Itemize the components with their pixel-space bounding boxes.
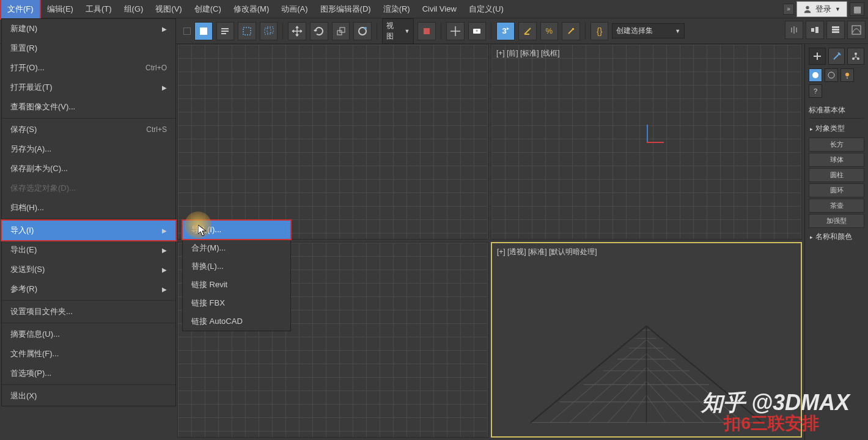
use-pivot-center-button[interactable] bbox=[417, 22, 436, 40]
file-menu-item-label: 导出(E) bbox=[10, 244, 37, 255]
lights-category-button[interactable] bbox=[840, 68, 854, 82]
svg-point-22 bbox=[828, 72, 834, 78]
rectangular-selection-button[interactable] bbox=[238, 22, 256, 40]
file-menu-item[interactable]: 导入(I)▶ bbox=[1, 219, 177, 241]
select-by-name-button[interactable] bbox=[216, 22, 235, 40]
menu-shortcut: Ctrl+S bbox=[146, 125, 167, 134]
primitive-button[interactable]: 圆柱 bbox=[809, 168, 864, 182]
file-menu-item[interactable]: 导出(E)▶ bbox=[2, 240, 175, 260]
named-selection-sets-button[interactable]: {} bbox=[590, 22, 609, 40]
file-menu-item-label: 摘要信息(U)... bbox=[10, 329, 60, 340]
import-submenu-item[interactable]: 链接 Revit bbox=[183, 276, 290, 294]
snap-toggle-button[interactable]: 3▸ bbox=[496, 22, 515, 40]
angle-snap-button[interactable] bbox=[518, 22, 537, 40]
primitive-button[interactable]: 加强型 bbox=[809, 214, 864, 228]
name-color-header[interactable]: 名称和颜色 bbox=[809, 229, 864, 244]
window-crossing-button[interactable] bbox=[260, 22, 278, 40]
file-menu-item[interactable]: 打开最近(T)▶ bbox=[2, 78, 175, 97]
rotate-button[interactable] bbox=[310, 22, 328, 40]
select-object-button[interactable] bbox=[194, 22, 213, 40]
file-menu-item[interactable]: 发送到(S)▶ bbox=[2, 260, 175, 279]
reference-coord-label: 视图 bbox=[386, 21, 401, 42]
menu-create[interactable]: 创建(C) bbox=[188, 0, 227, 18]
import-submenu-item[interactable]: 链接 AutoCAD bbox=[183, 312, 290, 331]
menu-edit[interactable]: 编辑(E) bbox=[41, 0, 79, 18]
move-button[interactable] bbox=[288, 22, 306, 40]
svg-point-23 bbox=[845, 73, 849, 76]
workspace-button[interactable]: ▦ bbox=[850, 2, 864, 16]
primitive-button[interactable]: 圆环 bbox=[809, 183, 864, 197]
menu-animation[interactable]: 动画(A) bbox=[275, 0, 314, 18]
menu-modifiers[interactable]: 修改器(M) bbox=[227, 0, 276, 18]
svg-point-18 bbox=[855, 53, 857, 55]
file-menu-item[interactable]: 另存为(A)... bbox=[2, 139, 175, 159]
svg-rect-14 bbox=[832, 26, 839, 28]
import-submenu-item[interactable]: 合并(M)... bbox=[183, 239, 290, 257]
file-menu-item[interactable]: 摘要信息(U)... bbox=[2, 324, 175, 344]
menu-civil-view[interactable]: Civil View bbox=[416, 1, 463, 17]
file-menu-item[interactable]: 退出(X) bbox=[2, 386, 175, 406]
menu-customize[interactable]: 自定义(U) bbox=[463, 0, 510, 18]
percent-snap-button[interactable]: % bbox=[540, 22, 559, 40]
svg-rect-13 bbox=[815, 27, 818, 33]
spinner-snap-button[interactable] bbox=[562, 22, 580, 40]
menu-rendering[interactable]: 渲染(R) bbox=[377, 0, 416, 18]
object-type-header[interactable]: 对象类型 bbox=[809, 121, 864, 136]
helpers-category-button[interactable]: ? bbox=[809, 84, 822, 98]
curve-editor-button[interactable] bbox=[847, 21, 866, 39]
import-submenu-item[interactable]: 导入(I)... bbox=[182, 219, 292, 240]
reference-coord-dropdown[interactable]: 视图▼ bbox=[382, 18, 414, 44]
shapes-category-button[interactable] bbox=[825, 68, 838, 82]
menu-graph-editors[interactable]: 图形编辑器(D) bbox=[314, 0, 377, 18]
viewport-top-left[interactable] bbox=[177, 44, 488, 240]
primitive-button[interactable]: 长方 bbox=[809, 138, 864, 152]
file-menu-item[interactable]: 参考(R)▶ bbox=[2, 279, 175, 299]
file-menu-item-label: 发送到(S) bbox=[10, 264, 45, 275]
login-dropdown-arrow: ▼ bbox=[835, 6, 840, 12]
file-menu-item-label: 导入(I) bbox=[10, 225, 34, 236]
file-menu-item[interactable]: 新建(N)▶ bbox=[2, 19, 175, 38]
file-menu-item[interactable]: 设置项目文件夹... bbox=[2, 302, 175, 321]
file-menu-item[interactable]: 文件属性(F)... bbox=[2, 344, 175, 364]
file-menu-item[interactable]: 查看图像文件(V)... bbox=[2, 97, 175, 117]
menubar-overflow-button[interactable]: » bbox=[783, 4, 794, 15]
file-menu-item[interactable]: 保存(S)Ctrl+S bbox=[2, 120, 175, 139]
geometry-category-button[interactable] bbox=[809, 68, 822, 82]
file-menu-dropdown: 新建(N)▶重置(R)打开(O)...Ctrl+O打开最近(T)▶查看图像文件(… bbox=[1, 18, 176, 406]
file-menu-item: 保存选定对象(D)... bbox=[2, 178, 175, 198]
manipulate-button[interactable] bbox=[446, 22, 465, 40]
viewport-label[interactable]: [+] [透视] [标准] [默认明暗处理] bbox=[497, 247, 597, 257]
primitive-button[interactable]: 茶壶 bbox=[809, 199, 864, 213]
modify-tab[interactable] bbox=[828, 48, 845, 65]
align-button[interactable] bbox=[806, 21, 824, 39]
hierarchy-tab[interactable] bbox=[847, 48, 864, 65]
menu-views[interactable]: 视图(V) bbox=[149, 0, 188, 18]
viewport-top-right[interactable]: [+] [前] [标准] [线框] bbox=[491, 44, 802, 240]
file-menu-item[interactable]: 首选项(P)... bbox=[2, 364, 175, 383]
selection-set-dropdown[interactable]: 创建选择集▼ bbox=[612, 23, 685, 38]
menu-file[interactable]: 文件(F) bbox=[0, 0, 41, 20]
scale-button[interactable] bbox=[332, 22, 350, 40]
plus-icon bbox=[812, 51, 822, 61]
create-tab[interactable] bbox=[809, 48, 826, 65]
keyboard-shortcut-toggle[interactable]: + bbox=[468, 22, 487, 40]
layer-explorer-button[interactable] bbox=[826, 21, 845, 39]
file-menu-item[interactable]: 重置(R) bbox=[2, 38, 175, 58]
import-submenu-item[interactable]: 替换(L)... bbox=[183, 257, 290, 276]
file-menu-item-label: 打开最近(T) bbox=[10, 82, 53, 93]
file-menu-item[interactable]: 保存副本为(C)... bbox=[2, 159, 175, 178]
menu-group[interactable]: 组(G) bbox=[118, 0, 150, 18]
login-button[interactable]: 登录 ▼ bbox=[796, 1, 847, 17]
placement-button[interactable] bbox=[353, 22, 372, 40]
primitive-dropdown[interactable]: 标准基本体 bbox=[809, 103, 864, 119]
submenu-arrow-icon: ▶ bbox=[162, 266, 167, 273]
viewport-perspective[interactable]: [+] [透视] [标准] [默认明暗处理] bbox=[491, 242, 802, 438]
primitive-button[interactable]: 球体 bbox=[809, 153, 864, 167]
viewport-label[interactable]: [+] [前] [标准] [线框] bbox=[496, 48, 560, 59]
mirror-button[interactable] bbox=[785, 21, 803, 39]
import-submenu-item[interactable]: 链接 FBX bbox=[183, 294, 290, 312]
file-menu-item[interactable]: 归档(H)... bbox=[2, 198, 175, 218]
menu-tools[interactable]: 工具(T) bbox=[79, 0, 118, 18]
file-menu-item[interactable]: 打开(O)...Ctrl+O bbox=[2, 58, 175, 78]
toolbar-dropdown-arrow[interactable] bbox=[183, 28, 191, 35]
